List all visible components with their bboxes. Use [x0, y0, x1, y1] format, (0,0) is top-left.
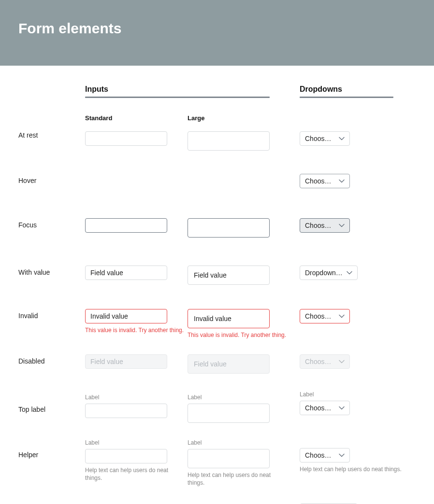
state-disabled-label: Disabled: [18, 339, 85, 374]
dropdowns-section-header: Dropdowns: [300, 85, 413, 98]
input-standard-top-label-field[interactable]: [85, 404, 167, 418]
dropdown-disabled: Choose one…: [300, 354, 350, 369]
state-at-rest-label: At rest: [18, 122, 85, 151]
input-large-helper-field[interactable]: [188, 449, 270, 468]
state-hover-label: Hover: [18, 151, 85, 188]
input-standard-helper-label: Label: [85, 439, 188, 446]
page-header: Form elements: [0, 0, 434, 66]
input-large-invalid-message: This value is invalid. Try another thing…: [188, 331, 300, 339]
dropdown-top-label: Label: [300, 391, 413, 398]
dropdown-invalid[interactable]: Choose one…: [300, 309, 350, 323]
page-title: Form elements: [18, 20, 434, 37]
input-standard-disabled: [85, 354, 167, 369]
dropdown-helper-text: Help text can help users do neat things.: [300, 465, 406, 473]
dropdown-text: Choose one…: [305, 222, 335, 229]
state-helper-label: Helper: [18, 423, 85, 487]
dropdown-text: Choose one…: [305, 358, 335, 365]
state-invalid-label: Invalid: [18, 285, 85, 339]
input-large-disabled: [188, 354, 270, 374]
input-large-with-value[interactable]: [188, 266, 270, 285]
input-standard-at-rest[interactable]: [85, 131, 167, 146]
input-standard-helper-text: Help text can help users do neat things.: [85, 466, 182, 482]
input-standard-invalid[interactable]: [85, 309, 167, 323]
input-large-helper-label: Label: [188, 439, 300, 446]
state-focus-label: Focus: [18, 188, 85, 238]
input-large-focus[interactable]: [188, 218, 270, 238]
dropdown-text: Choose one…: [305, 135, 335, 142]
spacer: [300, 98, 413, 122]
input-standard-top-label: Label: [85, 394, 188, 401]
input-standard-invalid-message: This value is invalid. Try another thing…: [85, 326, 188, 334]
spacer: [18, 98, 85, 122]
chevron-down-icon: [339, 406, 345, 410]
dropdown-focus[interactable]: Choose one…: [300, 218, 350, 233]
chevron-down-icon: [339, 179, 345, 183]
inputs-standard-label: Standard: [85, 98, 188, 122]
dropdown-text: Choose one…: [305, 312, 335, 320]
chevron-down-icon: [339, 137, 345, 140]
inputs-large-label: Large: [188, 98, 300, 122]
dropdown-helper-field[interactable]: Choose one…: [300, 448, 350, 462]
dropdown-text: Dropdown value: [305, 269, 343, 277]
input-large-invalid[interactable]: [188, 309, 270, 328]
state-top-label-label: Top label: [18, 374, 85, 423]
inputs-section-title: Inputs: [85, 85, 300, 94]
spacer: [18, 85, 85, 98]
inputs-section-header: Inputs: [85, 85, 300, 98]
chevron-down-icon: [347, 271, 352, 275]
state-warning-label: Warning: [18, 487, 85, 504]
dropdown-hover[interactable]: Choose one…: [300, 174, 350, 188]
chevron-down-icon: [339, 360, 345, 364]
input-standard-with-value[interactable]: [85, 266, 167, 280]
input-large-top-label-field[interactable]: [188, 404, 270, 423]
dropdown-text: Choose one…: [305, 404, 335, 412]
input-standard-focus[interactable]: [85, 218, 167, 233]
dropdown-with-value[interactable]: Dropdown value: [300, 266, 358, 280]
chevron-down-icon: [339, 314, 345, 318]
dropdown-text: Choose one…: [305, 177, 335, 185]
dropdown-at-rest[interactable]: Choose one…: [300, 131, 350, 146]
dropdown-top-label-field[interactable]: Choose one…: [300, 401, 350, 415]
dropdowns-section-title: Dropdowns: [300, 85, 413, 94]
input-standard-helper-field[interactable]: [85, 449, 167, 463]
chevron-down-icon: [339, 453, 345, 457]
input-large-at-rest[interactable]: [188, 131, 270, 151]
input-large-helper-text: Help text can help users do neat things.: [188, 471, 284, 487]
state-with-value-label: With value: [18, 238, 85, 285]
chevron-down-icon: [339, 224, 345, 227]
dropdown-text: Choose one…: [305, 451, 335, 459]
input-large-top-label: Label: [188, 394, 300, 401]
